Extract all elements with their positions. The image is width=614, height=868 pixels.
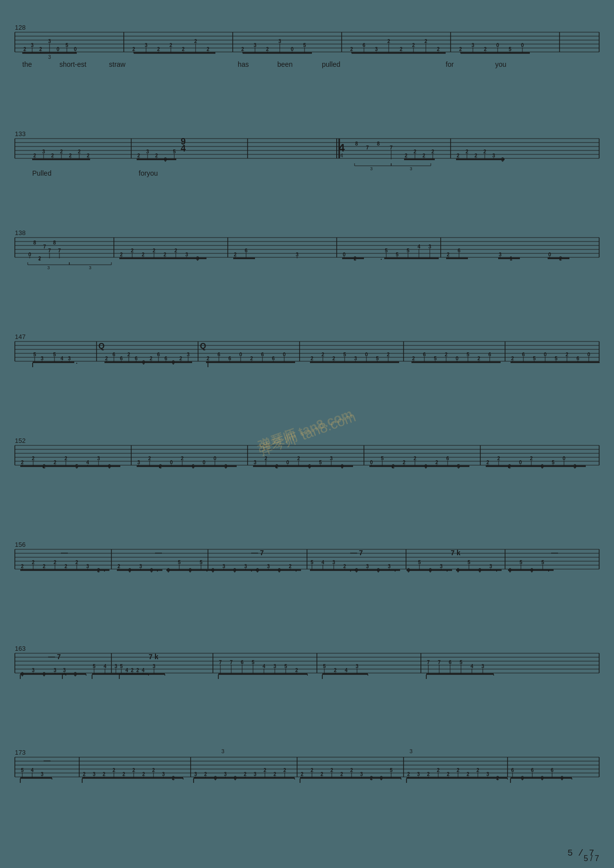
page: 弹琴师 tan8.com 5 / 7	[0, 0, 614, 868]
page-number: 5 / 7	[567, 848, 594, 858]
sheet-music-canvas	[0, 0, 614, 868]
